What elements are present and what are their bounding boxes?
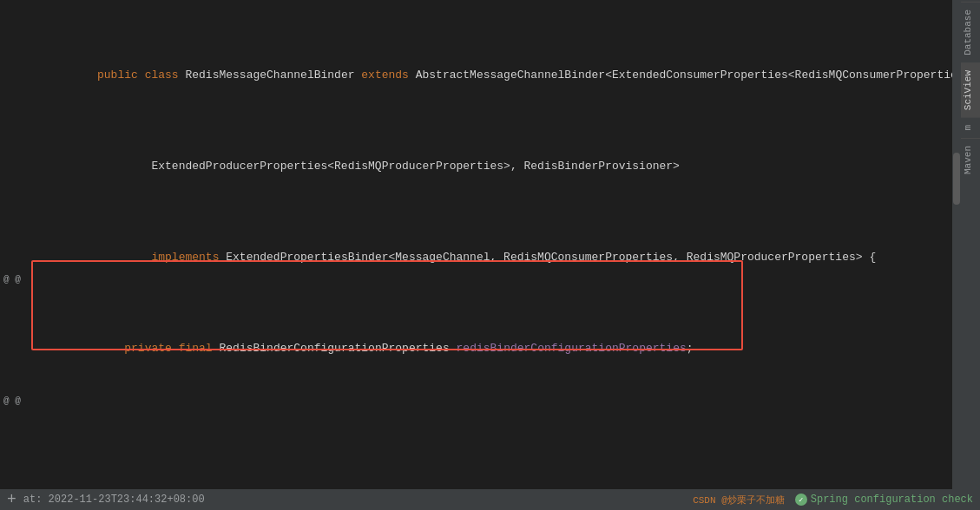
vertical-scrollbar[interactable]	[952, 0, 961, 510]
status-bar: + at: 2022-11-23T23:44:32+08:00 CSDN @炒栗…	[0, 489, 980, 510]
line-content-3: implements ExtendedPropertiesBinder<Mess…	[26, 238, 945, 277]
code-content: public class RedisMessageChannelBinder e…	[0, 0, 952, 510]
scrollbar-thumb[interactable]	[953, 153, 960, 205]
code-line-2: ExtendedProducerProperties<RedisMQProduc…	[0, 147, 952, 186]
side-tab-m[interactable]: m	[961, 117, 980, 138]
spring-icon: ✓	[795, 494, 807, 506]
add-button[interactable]: +	[7, 491, 16, 508]
gutter-marker-2: @ @	[3, 396, 21, 406]
spring-check-label: Spring configuration check	[811, 494, 973, 506]
line-content-5	[26, 420, 945, 433]
code-line-3: implements ExtendedPropertiesBinder<Mess…	[0, 238, 952, 277]
side-panel: Database SciView m Maven	[961, 0, 980, 510]
code-line-1: public class RedisMessageChannelBinder e…	[0, 56, 952, 95]
side-tab-database[interactable]: Database	[961, 2, 980, 62]
gutter-marker-1: @ @	[3, 274, 21, 284]
spring-check: ✓ Spring configuration check	[795, 494, 973, 506]
status-right: CSDN @炒栗子不加糖 ✓ Spring configuration chec…	[693, 494, 973, 507]
main-container: public class RedisMessageChannelBinder e…	[0, 0, 980, 510]
line-content-1: public class RedisMessageChannelBinder e…	[26, 56, 952, 95]
code-line-4: private final RedisBinderConfigurationPr…	[0, 329, 952, 368]
csdn-badge: CSDN @炒栗子不加糖	[693, 494, 785, 507]
code-line-5	[0, 420, 952, 437]
line-content-4: private final RedisBinderConfigurationPr…	[26, 329, 945, 368]
side-tab-maven[interactable]: Maven	[961, 138, 980, 181]
timestamp: at: 2022-11-23T23:44:32+08:00	[23, 494, 205, 506]
side-tab-sciview[interactable]: SciView	[961, 62, 980, 117]
status-left: + at: 2022-11-23T23:44:32+08:00	[7, 491, 205, 508]
editor-area: public class RedisMessageChannelBinder e…	[0, 0, 952, 510]
line-content-2: ExtendedProducerProperties<RedisMQProduc…	[26, 147, 945, 186]
